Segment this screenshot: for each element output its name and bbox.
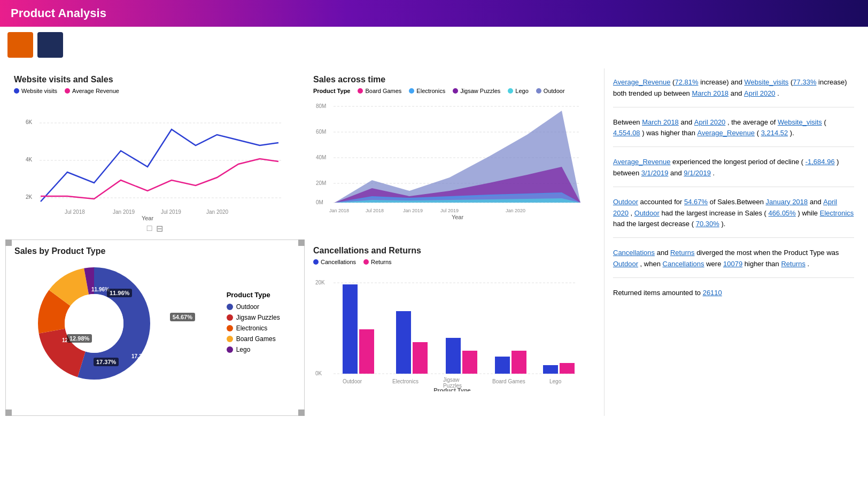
legend-dot-revenue [65, 88, 70, 94]
svg-text:Jan 2020: Jan 2020 [206, 209, 229, 215]
sales-product-type-panel: Sales by Product Type 54.67 [5, 240, 305, 416]
product-type-label: Product Type [313, 88, 350, 94]
boardgames-return-bar [511, 351, 526, 374]
resize-tr[interactable] [298, 240, 305, 246]
cancellations-title: Cancellations and Returns [313, 246, 595, 256]
logo-orange [7, 32, 33, 58]
product-type-legend-title: Product Type [227, 291, 280, 299]
zoom-reset-icon[interactable]: □ [147, 223, 152, 234]
svg-text:20K: 20K [315, 280, 325, 285]
boardgames-pct: 11.96% [107, 289, 132, 297]
elec-canc-bar [396, 311, 411, 374]
outdoor-pct: 54.67% [170, 313, 195, 321]
website-visits-panel: Website visits and Sales Website visits … [5, 68, 305, 240]
header: Product Analysis [0, 0, 868, 27]
legend-avg-revenue: Average Revenue [65, 88, 119, 94]
legend-website-visits: Website visits [14, 88, 57, 94]
elec-return-bar [413, 342, 428, 374]
product-legend: Product Type Outdoor Jigsaw Puzzles Elec… [227, 291, 280, 357]
svg-text:Board Games: Board Games [492, 378, 525, 384]
svg-text:Jul 2018: Jul 2018 [65, 209, 85, 215]
lego-canc-bar [543, 365, 558, 374]
logo-dark [37, 32, 63, 58]
jigsaw-canc-bar [446, 338, 461, 374]
jigsaw-pct: 17.37% [94, 358, 119, 366]
svg-text:Jan 2019: Jan 2019 [403, 208, 423, 213]
svg-text:Lego: Lego [549, 378, 562, 384]
canc-label: Cancellations [321, 259, 356, 265]
legend-label-visits: Website visits [21, 88, 57, 94]
insight-2: Between March 2018 and April 2020 , the … [613, 117, 854, 148]
svg-text:40M: 40M [316, 154, 326, 160]
outdoor-return-bar [359, 329, 374, 374]
sales-time-chart: 80M 60M 40M 20M 0M Jan 2018 Jul 2018 Ja [313, 97, 586, 220]
legend-label-revenue: Average Revenue [72, 88, 119, 94]
cancellations-panel: Cancellations and Returns Cancellations … [305, 240, 604, 416]
svg-text:0K: 0K [315, 370, 322, 376]
insight-4: Outdoor accounted for 54.67% of Sales.Be… [613, 197, 854, 238]
svg-text:80M: 80M [316, 103, 326, 109]
cancellations-legend: Cancellations Returns [313, 259, 595, 265]
svg-text:Year: Year [142, 215, 154, 220]
website-visits-title: Website visits and Sales [14, 75, 296, 84]
svg-text:Year: Year [452, 214, 464, 220]
svg-text:2K: 2K [26, 194, 33, 200]
legend-dot-visits [14, 88, 19, 94]
sales-time-panel: Sales across time Product Type Board Gam… [305, 68, 604, 240]
insight-6: Returned items amounted to 26110 [613, 288, 854, 306]
svg-text:Outdoor: Outdoor [343, 378, 362, 384]
sales-time-legend: Product Type Board Games Electronics Jig… [313, 88, 595, 94]
resize-bl[interactable] [5, 410, 12, 416]
svg-text:Product Type: Product Type [433, 387, 470, 391]
insight-3: Average_Revenue experienced the longest … [613, 157, 854, 187]
insight-link-avg-revenue-1[interactable]: Average_Revenue [613, 78, 670, 86]
cancellations-chart: 20K 0K Outdoor Electronics Jigsaw Puzz [313, 268, 586, 391]
insight-5: Cancellations and Returns diverged the m… [613, 248, 854, 278]
svg-text:Jan 2018: Jan 2018 [329, 208, 349, 213]
svg-text:Jul 2019: Jul 2019 [161, 209, 181, 215]
zoom-fit-icon[interactable]: ⊟ [156, 223, 163, 234]
website-visits-chart: 6K 4K 2K Jul 2018 Jan 2019 Jul 2019 Jan … [14, 97, 286, 220]
svg-text:Jul 2018: Jul 2018 [366, 208, 384, 213]
svg-text:Jan 2019: Jan 2019 [113, 209, 135, 215]
svg-text:Jul 2019: Jul 2019 [440, 208, 459, 213]
jigsaw-return-bar [462, 351, 477, 374]
svg-text:0M: 0M [316, 199, 323, 205]
header-title: Product Analysis [11, 6, 106, 20]
donut-container: 54.67% 17.37% 12.98% 11.96% 54.67% 17.37… [14, 259, 296, 388]
insights-panel: Average_Revenue (72.81% increase) and We… [604, 68, 863, 416]
svg-text:4K: 4K [26, 157, 33, 163]
sales-product-title: Sales by Product Type [14, 246, 296, 256]
returns-dot [363, 259, 369, 265]
resize-tl[interactable] [5, 240, 12, 246]
lego-return-bar [560, 363, 575, 374]
outdoor-canc-bar [343, 284, 358, 374]
canc-dot [313, 259, 319, 265]
sales-time-title: Sales across time [313, 75, 595, 84]
elec-pct: 12.98% [67, 334, 92, 343]
donut-labels: 54.67% 17.37% 12.98% 11.96% [61, 259, 190, 388]
svg-text:60M: 60M [316, 129, 326, 135]
svg-text:Jigsaw: Jigsaw [443, 377, 460, 383]
returns-label: Returns [371, 259, 392, 265]
boardgames-canc-bar [495, 357, 510, 374]
website-visits-legend: Website visits Average Revenue [14, 88, 296, 94]
svg-text:Electronics: Electronics [392, 378, 418, 384]
svg-text:Jan 2020: Jan 2020 [506, 208, 525, 213]
insight-1: Average_Revenue (72.81% increase) and We… [613, 77, 854, 107]
svg-text:20M: 20M [316, 180, 326, 186]
svg-text:6K: 6K [26, 119, 33, 125]
resize-br[interactable] [298, 410, 305, 416]
